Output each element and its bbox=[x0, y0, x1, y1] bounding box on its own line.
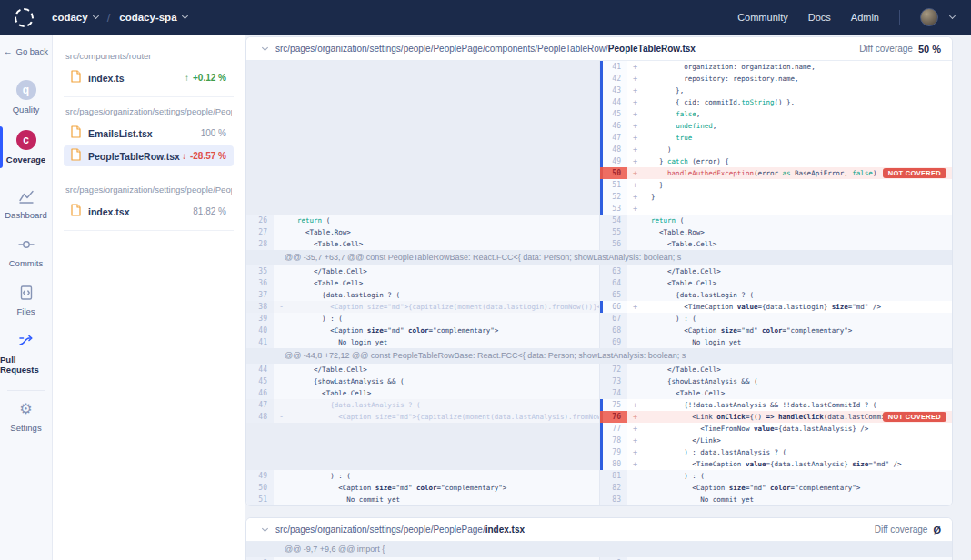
sidebar-item-commits[interactable]: Commits bbox=[0, 228, 52, 276]
code-text: <Table.Cell> bbox=[643, 238, 716, 250]
covered-bar bbox=[600, 289, 603, 301]
diff-marker: + bbox=[627, 144, 643, 155]
diff-row: 27 <Table.Row>55 <Table.Row> bbox=[246, 226, 952, 238]
file-row[interactable]: index.ts↑+0.12 % bbox=[64, 67, 234, 88]
diff-line-new: 63 </Table.Cell> bbox=[599, 265, 952, 277]
sidebar-item-coverage[interactable]: c Coverage bbox=[0, 123, 52, 173]
diff-marker bbox=[627, 313, 643, 325]
diff-marker bbox=[274, 470, 289, 482]
line-number: 51 bbox=[600, 179, 627, 191]
code-text: organization: organization.name, bbox=[643, 61, 816, 73]
covered-bar bbox=[600, 120, 603, 132]
covered-bar bbox=[600, 435, 603, 446]
diff-marker bbox=[627, 482, 643, 494]
diff-row: 47+ true bbox=[246, 132, 952, 144]
diff-line-new: 69 No login yet bbox=[599, 336, 952, 348]
diff-marker bbox=[627, 387, 643, 399]
diff-row: 43+ }, bbox=[246, 85, 952, 96]
go-back-button[interactable]: ← Go back bbox=[4, 46, 48, 56]
diff-line-old bbox=[246, 155, 599, 167]
repo-selector[interactable]: codacy-spa bbox=[119, 12, 186, 23]
diff-row: 48- <Caption size="md">{capitalize(momen… bbox=[246, 411, 952, 423]
diff-line-new: 74 <Table.Cell> bbox=[599, 387, 952, 399]
line-number: 43 bbox=[600, 85, 627, 96]
diff-area: src/pages/organization/settings/people/P… bbox=[245, 35, 971, 560]
covered-bar bbox=[600, 325, 603, 336]
covered-bar bbox=[600, 313, 603, 325]
diff-line-new: 48+ ) bbox=[599, 144, 952, 155]
nav-link-docs[interactable]: Docs bbox=[808, 12, 831, 23]
diff-row: 78+ </Link> bbox=[246, 435, 952, 446]
diff-marker bbox=[627, 226, 643, 238]
covered-bar bbox=[600, 375, 603, 387]
chevron-down-icon[interactable] bbox=[262, 525, 268, 531]
diff-marker bbox=[627, 470, 643, 482]
covered-bar bbox=[600, 265, 603, 277]
diff-row: 53+ bbox=[246, 203, 952, 215]
covered-bar bbox=[600, 179, 603, 191]
covered-bar bbox=[600, 277, 603, 289]
diff-marker bbox=[274, 277, 289, 289]
line-number: 83 bbox=[600, 494, 627, 505]
file-row[interactable]: index.tsx81.82 % bbox=[64, 201, 234, 222]
sidebar-item-settings[interactable]: ⚙ Settings bbox=[0, 393, 52, 441]
diff-line-new: 80+ <TimeCaption value={data.lastAnalysi… bbox=[599, 458, 952, 470]
code-text: <Table.Cell> bbox=[643, 387, 725, 399]
chevron-down-icon[interactable] bbox=[262, 44, 268, 50]
diff-file-path: src/pages/organization/settings/people/P… bbox=[275, 44, 696, 54]
diff-row: 36 <Table.Cell>64 <Table.Cell> bbox=[246, 277, 952, 289]
sidebar-item-files[interactable]: Files bbox=[0, 276, 52, 325]
line-number: 45 bbox=[600, 108, 627, 120]
code-text: } catch (error) { bbox=[643, 155, 729, 167]
diff-line-new: 82 <Caption size="md" color="complementa… bbox=[599, 482, 952, 494]
line-number: 74 bbox=[600, 387, 627, 399]
diff-marker bbox=[274, 325, 289, 336]
code-text: ) : ( bbox=[643, 313, 696, 325]
diff-marker: + bbox=[627, 73, 643, 85]
code-text: </Table.Cell> bbox=[643, 265, 721, 277]
file-list-panel: src/components/routerindex.ts↑+0.12 %src… bbox=[53, 35, 245, 560]
sidebar-item-pull-requests[interactable]: Pull Requests bbox=[0, 325, 52, 383]
diff-row: 26 return (54 return ( bbox=[246, 215, 952, 226]
code-text: false, bbox=[643, 108, 700, 120]
coverage-value: 81.82 % bbox=[193, 206, 226, 216]
coverage-value: 100 % bbox=[201, 128, 226, 138]
nav-link-community[interactable]: Community bbox=[737, 12, 788, 23]
diff-row: 35 </Table.Cell>63 </Table.Cell> bbox=[246, 265, 952, 277]
diff-line-new: 64 <Table.Cell> bbox=[599, 277, 952, 289]
line-number: 36 bbox=[246, 277, 274, 289]
file-name: PeopleTableRow.tsx bbox=[88, 151, 180, 162]
diff-marker bbox=[627, 265, 643, 277]
line-number: 78 bbox=[600, 435, 627, 446]
file-row[interactable]: EmailsList.tsx100 % bbox=[64, 123, 234, 144]
diff-marker: + bbox=[627, 85, 643, 96]
code-text: {showLastAnalysis && ( bbox=[289, 375, 404, 387]
line-number: 55 bbox=[600, 226, 627, 238]
diff-row: 48+ ) bbox=[246, 144, 952, 155]
line-number: 28 bbox=[246, 238, 274, 250]
code-text: <TimeCaption value={data.lastLogin} size… bbox=[643, 301, 881, 313]
hunk-header: @@ -35,7 +63,7 @@ const PeopleTableRowBa… bbox=[246, 250, 952, 265]
sidebar-item-quality[interactable]: q Quality bbox=[0, 73, 52, 123]
diff-row: 51 No commit yet83 No commit yet bbox=[246, 494, 952, 505]
nav-link-admin[interactable]: Admin bbox=[851, 12, 879, 23]
codacy-logo-icon[interactable] bbox=[15, 8, 34, 27]
diff-line-old: 39 ) : ( bbox=[246, 313, 599, 325]
line-number: 41 bbox=[246, 336, 274, 348]
line-number: 69 bbox=[600, 336, 627, 348]
file-doc-icon bbox=[70, 148, 82, 165]
user-menu[interactable] bbox=[920, 8, 955, 26]
sidebar-item-dashboard[interactable]: Dashboard bbox=[0, 180, 52, 228]
org-selector[interactable]: codacy bbox=[52, 12, 98, 23]
covered-bar bbox=[600, 144, 603, 155]
file-row[interactable]: PeopleTableRow.tsx↓-28.57 % bbox=[64, 145, 234, 166]
divider bbox=[64, 175, 234, 175]
diff-line-new: 41+ organization: organization.name, bbox=[599, 61, 952, 73]
covered-bar bbox=[600, 61, 603, 73]
line-number: 37 bbox=[246, 289, 274, 301]
diff-line-old: 35 </Table.Cell> bbox=[246, 265, 599, 277]
code-text: </Table.Cell> bbox=[643, 364, 721, 375]
diff-row: 49+ } catch (error) { bbox=[246, 155, 952, 167]
line-number: 54 bbox=[600, 215, 627, 226]
diff-marker bbox=[627, 325, 643, 336]
